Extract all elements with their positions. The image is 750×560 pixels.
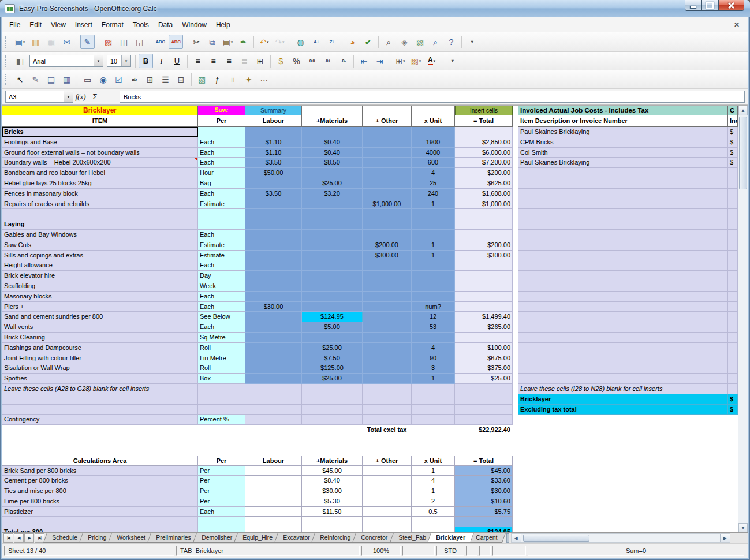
cell-labour[interactable] xyxy=(245,312,302,322)
number-format-standard-icon[interactable]: 0.0 xyxy=(305,54,319,68)
cell-other[interactable] xyxy=(363,271,412,281)
undo-icon[interactable]: ↶▾ xyxy=(257,35,271,49)
cell-total[interactable]: $10.60 xyxy=(455,496,513,507)
cell-other[interactable] xyxy=(363,517,412,527)
menu-help[interactable]: Help xyxy=(211,19,235,31)
cell-total[interactable] xyxy=(455,271,513,281)
add-decimal-icon[interactable]: .0+ xyxy=(320,54,335,68)
cell-gap[interactable] xyxy=(513,178,518,189)
align-center-icon[interactable]: ≡ xyxy=(206,54,221,68)
cell-labour[interactable] xyxy=(245,517,302,527)
cell-labour[interactable] xyxy=(245,292,302,302)
cell-per[interactable]: Estimate xyxy=(198,199,245,210)
first-sheet-icon[interactable]: |◀ xyxy=(3,533,13,543)
label-field-icon[interactable]: ab xyxy=(127,72,141,87)
cell-item[interactable]: Ties and misc per 800 xyxy=(2,486,198,496)
cell-item[interactable]: Plasticizer xyxy=(2,507,198,517)
menu-file[interactable]: File xyxy=(5,19,25,31)
cell-unit[interactable]: 1 xyxy=(412,199,455,210)
cell-labour[interactable] xyxy=(245,178,302,189)
format-paintbrush-icon[interactable]: ✒ xyxy=(236,35,251,49)
cell-invoice[interactable] xyxy=(518,292,728,302)
cell-total[interactable] xyxy=(455,302,513,312)
cell-materials[interactable] xyxy=(302,199,363,210)
select-pointer-icon[interactable]: ↖ xyxy=(13,72,27,87)
cell-per[interactable] xyxy=(198,405,245,415)
cell-per[interactable]: Day xyxy=(198,271,245,281)
name-box[interactable]: A3 ▾ xyxy=(5,91,73,103)
cell[interactable] xyxy=(728,446,738,456)
save-icon[interactable]: ▦ xyxy=(44,35,58,49)
cell-other[interactable] xyxy=(363,405,412,415)
cell-labour[interactable] xyxy=(245,343,302,353)
cell-per[interactable]: Each xyxy=(198,292,245,302)
cell-materials[interactable]: $7.50 xyxy=(302,353,363,364)
cell-total[interactable] xyxy=(455,394,513,405)
cell-labour[interactable] xyxy=(245,363,302,374)
cell-unit[interactable]: 4000 xyxy=(412,148,455,158)
cell-item[interactable]: Lime per 800 bricks xyxy=(2,496,198,507)
push-button-icon[interactable]: ▭ xyxy=(80,72,95,87)
cell-materials[interactable]: $3.20 xyxy=(302,189,363,199)
cell-other[interactable] xyxy=(363,322,412,333)
cell-inc[interactable] xyxy=(728,374,738,384)
font-size-combo[interactable]: 10 ▾ xyxy=(107,55,131,67)
cell-labour[interactable] xyxy=(245,405,302,415)
cell-inc[interactable] xyxy=(728,333,738,343)
cell-inc[interactable] xyxy=(728,322,738,333)
cell-invoice[interactable] xyxy=(518,168,728,178)
cell-materials[interactable]: $8.40 xyxy=(302,476,363,486)
cell-item[interactable]: Boundary walls – Hebel 200x600x200 xyxy=(2,158,198,168)
cell-materials[interactable] xyxy=(302,168,363,178)
column-header[interactable]: = Total xyxy=(455,115,513,127)
cell-gap[interactable] xyxy=(513,219,518,230)
cell[interactable] xyxy=(2,425,198,435)
cell[interactable] xyxy=(518,435,728,446)
cell-invoice[interactable]: Excluding tax total xyxy=(518,405,728,415)
cell[interactable] xyxy=(412,446,455,456)
cell-total[interactable]: $25.00 xyxy=(455,374,513,384)
cell-other[interactable] xyxy=(363,363,412,374)
cell-invoice[interactable] xyxy=(518,302,728,312)
cell-other[interactable] xyxy=(363,374,412,384)
page-preview-icon[interactable]: ◲ xyxy=(132,35,147,49)
cell-gap[interactable] xyxy=(513,343,518,353)
cell-invoice[interactable] xyxy=(518,189,728,199)
cell-materials[interactable]: $8.50 xyxy=(302,158,363,168)
cell-labour[interactable] xyxy=(245,527,302,532)
column-header[interactable]: + Other xyxy=(363,115,412,127)
cell-unit[interactable] xyxy=(412,394,455,405)
menu-tools[interactable]: Tools xyxy=(128,19,154,31)
align-left-icon[interactable]: ≡ xyxy=(191,54,205,68)
cell-item[interactable]: Ground floor external walls – not bounda… xyxy=(2,148,198,158)
cell-item[interactable]: Spotties xyxy=(2,374,198,384)
cell-labour[interactable] xyxy=(245,353,302,364)
chevron-down-icon[interactable]: ▾ xyxy=(94,55,103,66)
scroll-right-icon[interactable]: ▶ xyxy=(720,534,730,542)
scroll-up-icon[interactable]: ▲ xyxy=(738,106,748,115)
cell-per[interactable]: Week xyxy=(198,281,245,292)
cell-unit[interactable] xyxy=(412,333,455,343)
cell-unit[interactable] xyxy=(412,271,455,281)
gallery-icon[interactable]: ▧ xyxy=(413,35,427,49)
sheet-tab-equip_hire[interactable]: Equip_Hire xyxy=(234,533,281,543)
cell-per[interactable]: Hour xyxy=(198,168,245,178)
cell-unit[interactable] xyxy=(412,527,455,532)
control-properties-icon[interactable]: ▤ xyxy=(44,72,58,87)
cell-item[interactable] xyxy=(2,394,198,405)
align-justified-icon[interactable]: ≣ xyxy=(237,54,252,68)
cell[interactable] xyxy=(412,106,455,115)
cell-gap[interactable] xyxy=(513,384,518,394)
cell-gap[interactable] xyxy=(513,374,518,384)
cell-gap[interactable] xyxy=(513,158,518,168)
cell-unit[interactable]: 1 xyxy=(412,240,455,251)
cell-total[interactable]: $200.00 xyxy=(455,240,513,251)
cell-labour[interactable] xyxy=(245,496,302,507)
cell-materials[interactable]: $25.00 xyxy=(302,343,363,353)
cell-gap[interactable] xyxy=(513,199,518,210)
more-controls-icon[interactable]: ⋯ xyxy=(257,72,271,87)
cell-invoice[interactable] xyxy=(518,178,728,189)
cell[interactable] xyxy=(363,435,412,446)
cell-invoice[interactable] xyxy=(518,363,728,374)
cell-labour[interactable]: $30.00 xyxy=(245,302,302,312)
